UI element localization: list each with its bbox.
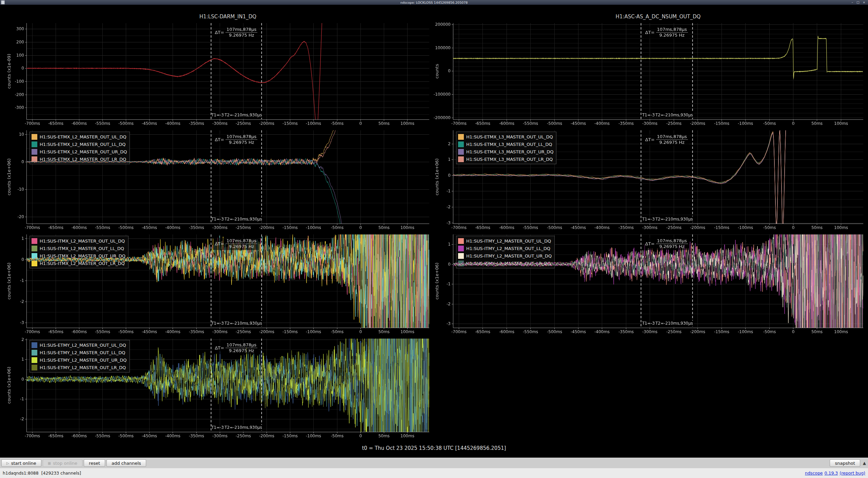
dt-freq: 9.26975 Hz	[658, 140, 686, 145]
cursor-delta-label: ΔT= 107ms,878μs9.26975 Hz	[213, 134, 259, 146]
t2-label: T2=-210ms,930μs	[655, 216, 694, 222]
t1-label: T1=-3	[642, 217, 655, 222]
cursor-t1t2-label: T1=-3T2=-210ms,930μs	[211, 425, 263, 430]
t1-label: T1=-3	[211, 113, 224, 117]
expand-arrow-icon[interactable]: ▲	[863, 461, 866, 465]
t1-label: T1=-3	[211, 321, 224, 326]
t2-label: T2=-210ms,930μs	[224, 321, 263, 326]
cursor-delta-label: ΔT= 107ms,878μs9.26975 Hz	[644, 26, 689, 39]
dt-freq: 9.26975 Hz	[228, 348, 255, 353]
dt-eq: ΔT=	[645, 241, 655, 246]
t2-label: T2=-210ms,930μs	[224, 425, 263, 430]
plot-sus-itmy-l2: H1:SUS-ITMY_L2_MASTER_OUT_UL_DQH1:SUS-IT…	[431, 232, 868, 337]
t2-label: T2=-210ms,930μs	[224, 216, 263, 222]
cursor-delta-label: ΔT= 107ms,878μs9.26975 Hz	[213, 238, 259, 250]
dt-value: 107ms,878μs	[225, 238, 257, 244]
play-icon: ▷	[6, 461, 9, 465]
start-online-button[interactable]: ▷ start online	[1, 459, 41, 467]
stop-online-button[interactable]: ■ stop online	[43, 459, 82, 467]
t2-label: T2=-210ms,930μs	[655, 321, 694, 326]
cursor-t1t2-label: T1=-3T2=-210ms,930μs	[211, 217, 263, 222]
plot-sus-itmx-l2: H1:SUS-ITMX_L2_MASTER_OUT_UL_DQH1:SUS-IT…	[0, 232, 431, 337]
t2-label: T2=-210ms,930μs	[655, 112, 694, 118]
dt-freq: 9.26975 Hz	[228, 140, 255, 145]
dt-freq: 9.26975 Hz	[228, 244, 255, 249]
server-status: h1daqnds1:8088 [429233 channels]	[3, 471, 81, 476]
dt-eq: ΔT=	[645, 30, 655, 35]
t2-label: T2=-210ms,930μs	[224, 112, 263, 118]
snapshot-button[interactable]: snapshot	[830, 459, 860, 467]
maximize-button[interactable]: □	[856, 1, 860, 4]
cursor-delta-label: ΔT= 107ms,878μs9.26975 Hz	[644, 134, 689, 146]
cursor-t1t2-label: T1=-3T2=-210ms,930μs	[642, 321, 694, 326]
dt-value: 107ms,878μs	[656, 134, 688, 140]
t1-label: T1=-3	[642, 321, 655, 326]
cursor-delta-label: ΔT= 107ms,878μs9.26975 Hz	[213, 342, 259, 354]
cursor-t1t2-label: T1=-3T2=-210ms,930μs	[642, 113, 694, 117]
dt-value: 107ms,878μs	[225, 342, 257, 348]
report-bug-link[interactable]: (report bug)	[840, 471, 865, 476]
dt-freq: 9.26975 Hz	[658, 244, 686, 249]
plot-sus-etmx-l3: H1:SUS-ETMX_L3_MASTER_OUT_UL_DQH1:SUS-ET…	[431, 128, 868, 232]
dt-value: 107ms,878μs	[225, 134, 257, 140]
plot-lsc-darm: H1:LSC-DARM_IN1_DQ ΔT= 107ms,878μs9.2697…	[0, 5, 431, 128]
reset-button[interactable]: reset	[84, 459, 105, 467]
version-link[interactable]: 0.19.3	[825, 471, 838, 476]
dt-value: 107ms,878μs	[656, 27, 688, 33]
cursor-delta-label: ΔT= 107ms,878μs9.26975 Hz	[213, 26, 259, 39]
titlebar[interactable]: ndscope: LOCKLOSS 1445269856.205078 – □ …	[0, 0, 868, 5]
t0-label: t0 = Thu Oct 23 2025 15:50:38 UTC [14452…	[0, 441, 868, 456]
statusbar: h1daqnds1:8088 [429233 channels] ndscope…	[0, 468, 868, 478]
stop-icon: ■	[48, 461, 51, 465]
plot-sus-etmy-l2: H1:SUS-ETMY_L2_MASTER_OUT_UL_DQH1:SUS-ET…	[0, 337, 431, 441]
minimize-button[interactable]: –	[851, 1, 853, 4]
dt-value: 107ms,878μs	[656, 238, 688, 244]
plot-trace-canvas[interactable]	[431, 5, 868, 128]
t1-label: T1=-3	[642, 113, 655, 117]
app-icon	[1, 0, 5, 4]
window-title: ndscope: LOCKLOSS 1445269856.205078	[0, 1, 868, 4]
plot-trace-canvas[interactable]	[0, 5, 431, 128]
add-channels-button[interactable]: add channels	[106, 459, 146, 467]
dt-eq: ΔT=	[215, 345, 224, 350]
plot-asc-as-a-dc-nsum: H1:ASC-AS_A_DC_NSUM_OUT_DQ ΔT= 107ms,878…	[431, 5, 868, 128]
cursor-delta-label: ΔT= 107ms,878μs9.26975 Hz	[644, 238, 689, 250]
dt-freq: 9.26975 Hz	[658, 33, 686, 38]
cursor-t1t2-label: T1=-3T2=-210ms,930μs	[211, 321, 263, 326]
dt-freq: 9.26975 Hz	[228, 33, 255, 38]
close-button[interactable]: ×	[863, 1, 865, 4]
t1-label: T1=-3	[211, 425, 224, 430]
cursor-t1t2-label: T1=-3T2=-210ms,930μs	[642, 217, 694, 222]
t1-label: T1=-3	[211, 217, 224, 222]
toolbar: ▷ start online ■ stop online reset add c…	[0, 458, 868, 468]
cursor-t1t2-label: T1=-3T2=-210ms,930μs	[211, 113, 263, 117]
dt-eq: ΔT=	[215, 30, 224, 35]
dt-eq: ΔT=	[215, 241, 224, 246]
dt-eq: ΔT=	[215, 137, 224, 142]
dt-eq: ΔT=	[645, 137, 655, 142]
dt-value: 107ms,878μs	[225, 27, 257, 33]
ndscope-link[interactable]: ndscope	[805, 471, 823, 476]
plot-sus-etmx-l2: H1:SUS-ETMX_L2_MASTER_OUT_UL_DQH1:SUS-ET…	[0, 128, 431, 232]
